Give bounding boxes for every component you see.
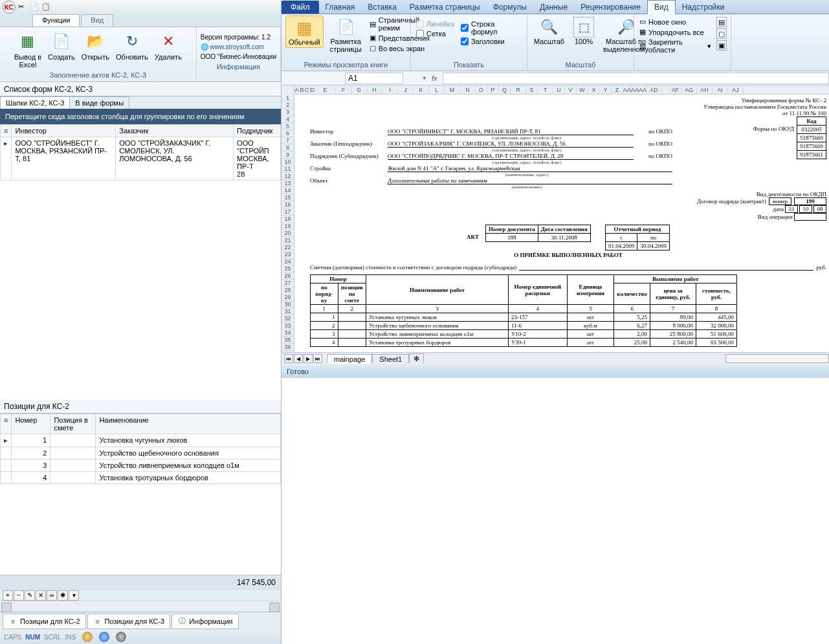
zoomsel-icon: 🔎 — [615, 17, 636, 38]
folder-icon: 📂 — [85, 31, 105, 52]
open-button[interactable]: 📂 Открыть — [80, 30, 111, 70]
col-number[interactable]: Номер — [12, 414, 50, 434]
tab-view[interactable]: Вид — [647, 0, 676, 14]
left-group1-caption: Заполнение актов КС-2, КС-3 — [50, 70, 147, 82]
split-icon-button[interactable]: ▤ — [716, 17, 727, 27]
col-pos-estimate[interactable]: Позиция в смете — [50, 414, 96, 434]
tab-home[interactable]: Главная — [319, 1, 362, 14]
zoom100-button[interactable]: ⬚ 100% — [571, 16, 597, 47]
positions-grid[interactable]: ≡ Номер Позиция в смете Наименование ▸1У… — [0, 414, 281, 484]
forms-list-title: Список форм КС-2, КС-3 — [0, 82, 281, 96]
table-row[interactable]: 4Установка тротуарных бордюров — [1, 472, 281, 484]
website-link[interactable]: 🌐 www.stroysoft.com — [201, 42, 276, 52]
table-row[interactable]: ▸1Установка чугунных люков — [1, 434, 281, 447]
add-button[interactable]: + — [3, 590, 13, 601]
zoom-button[interactable]: 🔍 Масштаб — [531, 16, 567, 47]
subtab-formview[interactable]: В виде формы — [69, 96, 129, 109]
column-headers[interactable]: ABCDEFGHIJKLMNOPQRSTUVWXYZAAAAAAADAFAGAH… — [294, 85, 829, 94]
page-icon: 📄 — [335, 17, 356, 38]
orb-blue[interactable] — [99, 632, 109, 642]
name-box[interactable] — [345, 72, 403, 84]
newwindow-button[interactable]: ▭ Новое окно — [638, 17, 713, 27]
excel-ribbon: ▦ Обычный 📄 Разметка страницы ▤ Страничн… — [282, 14, 829, 71]
star-button[interactable]: ✱ — [58, 590, 68, 601]
forms-grid[interactable]: ≡ Инвестор Заказчик Подрядчик ▸ ООО "СТР… — [0, 124, 281, 181]
export-excel-button[interactable]: ▦ Вывод в Excel — [13, 30, 43, 70]
table-row[interactable]: ▸ ООО "СТРОЙИНВЕСТ" Г. МОСКВА, РЯЗАНСКИЙ… — [1, 137, 281, 181]
worksheet[interactable]: ABCDEFGHIJKLMNOPQRSTUVWXYZAAAAAAADAFAGAH… — [282, 85, 829, 352]
create-button[interactable]: 📄 Создать — [47, 30, 76, 70]
list-icon: ≡ — [8, 617, 17, 626]
delete-button[interactable]: ✕ Удалить — [153, 30, 183, 70]
remove-button[interactable]: − — [14, 590, 24, 601]
tab-insert[interactable]: Вставка — [361, 1, 403, 14]
fx-icon[interactable]: fx — [432, 74, 437, 82]
cross-button[interactable]: ✕ — [36, 590, 46, 601]
tab-file[interactable]: Файл — [282, 1, 319, 14]
copy-icon[interactable]: 📄 — [30, 3, 39, 12]
gridlines-checkbox[interactable]: Сетка — [415, 29, 456, 38]
table-row[interactable]: 3Устройство ливнеприемных колодцев о1м — [1, 460, 281, 472]
new-icon: 📄 — [51, 31, 72, 52]
refresh-button[interactable]: ↻ Обновить — [115, 30, 149, 70]
sheet-nav-first[interactable]: ⏮ — [284, 354, 293, 363]
left-ribbon: ▦ Вывод в Excel 📄 Создать 📂 Открыть ↻ Об… — [0, 27, 281, 82]
ruler-checkbox[interactable]: Линейка — [415, 19, 456, 28]
tab-addins[interactable]: Надстройки — [676, 1, 731, 14]
unhide-icon-button[interactable]: ▣ — [716, 40, 727, 50]
orb-gray[interactable] — [116, 632, 126, 642]
group-show-caption: Показать — [415, 60, 523, 71]
col-investor[interactable]: Инвестор — [12, 125, 116, 137]
refresh-icon: ↻ — [122, 31, 142, 52]
cut-icon[interactable]: ✂ — [18, 3, 27, 12]
tab-review[interactable]: Рецензирование — [574, 1, 647, 14]
btab-ks2[interactable]: ≡ Позиции для КС-2 — [3, 614, 86, 629]
left-titlebar: КС ✂ 📄 📋 — [0, 0, 281, 14]
grid-icon: ▦ — [294, 17, 315, 38]
link-button[interactable]: ∞ — [47, 590, 57, 601]
tab-data[interactable]: Данные — [533, 1, 574, 14]
formulabar-checkbox[interactable]: Строка формул — [459, 19, 523, 36]
left-horizontal-scroll[interactable] — [0, 601, 281, 612]
sheet-tab-mainpage[interactable]: mainpage — [327, 354, 372, 364]
delete-icon: ✕ — [158, 31, 179, 52]
sheet-nav-next[interactable]: ▶ — [304, 354, 313, 363]
btab-ks3[interactable]: ≡ Позиции для КС-3 — [87, 614, 171, 629]
orb-gold[interactable] — [82, 632, 93, 642]
view-normal-button[interactable]: ▦ Обычный — [285, 16, 324, 48]
row-selector-header[interactable]: ≡ — [1, 125, 12, 137]
sheet-tab-sheet1[interactable]: Sheet1 — [372, 354, 409, 364]
filter-button[interactable]: ▾ — [69, 590, 79, 601]
company-label: ООО "Бизнес-Инновации — [201, 52, 276, 61]
btab-info[interactable]: ⓘ Информация — [171, 614, 238, 629]
subtab-caps[interactable]: Шапки КС-2, КС-3 — [0, 96, 70, 109]
left-group2-caption: Информация — [217, 61, 260, 73]
list-icon: ≡ — [93, 617, 102, 626]
view-pagelayout-button[interactable]: 📄 Разметка страницы — [327, 16, 364, 54]
tab-view-left[interactable]: Вид — [81, 14, 113, 27]
col-contractor[interactable]: Подрядчик — [234, 125, 281, 137]
edit-button[interactable]: ✎ — [25, 590, 35, 601]
sheet-hscroll[interactable] — [725, 354, 829, 363]
hide-icon-button[interactable]: ▢ — [716, 28, 727, 39]
freeze-button[interactable]: ▥ Закрепить области ▾ — [638, 38, 713, 54]
sheet-tab-new[interactable]: ✻ — [409, 353, 424, 364]
col-customer[interactable]: Заказчик — [116, 125, 234, 137]
tab-formulas[interactable]: Формулы — [487, 1, 533, 14]
paste-icon[interactable]: 📋 — [41, 3, 50, 12]
group-hint[interactable]: Перетащите сюда заголовок столбца для гр… — [0, 109, 281, 124]
total-value: 147 545,00 — [237, 578, 276, 587]
group-zoom-caption: Масштаб — [531, 60, 630, 71]
col-name[interactable]: Наименование — [96, 414, 281, 434]
formula-bar: ▾ fx — [282, 71, 829, 85]
arrange-button[interactable]: ▦ Упорядочить все — [638, 27, 713, 37]
sheet-nav-last[interactable]: ⏭ — [313, 354, 322, 363]
row-headers[interactable]: 1234567891011121314151617181920212223242… — [282, 85, 294, 352]
sheet-nav-prev[interactable]: ◀ — [294, 354, 303, 363]
tab-layout[interactable]: Разметка страницы — [403, 1, 487, 14]
left-toolstrip: + − ✎ ✕ ∞ ✱ ▾ — [0, 589, 281, 601]
headings-checkbox[interactable]: Заголовки — [459, 37, 523, 46]
tab-functions[interactable]: Функции — [32, 14, 80, 27]
table-row[interactable]: 2Устройство щебеночного основания — [1, 447, 281, 460]
formula-input[interactable] — [443, 72, 829, 84]
